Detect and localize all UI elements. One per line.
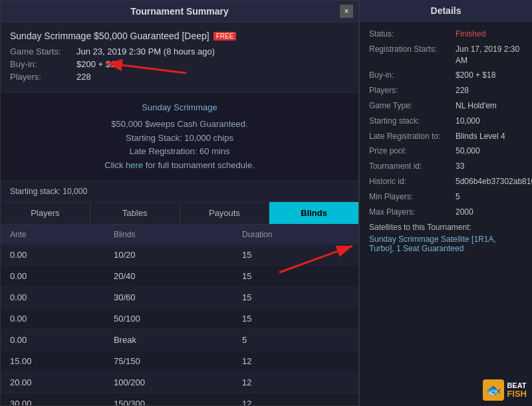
blinds-cell-duration: 15 <box>233 245 358 266</box>
blinds-row: 15.0075/15012 <box>1 350 358 371</box>
logo-area: 🐟 BEAT FISH <box>483 379 527 401</box>
starting-stack-bar: Starting stack: 10,000 <box>1 181 358 202</box>
left-panel: Tournament Summary × Sunday Scrimmage $5… <box>0 0 359 406</box>
status-value: Finished <box>456 29 485 40</box>
satellites-section: Satellites to this Tournament: Sunday Sc… <box>369 223 523 253</box>
tab-tables[interactable]: Tables <box>90 202 180 224</box>
details-content: Status: Finished Registration Starts: Ju… <box>360 22 532 406</box>
tab-payouts[interactable]: Payouts <box>180 202 270 224</box>
blinds-cell-ante: 20.00 <box>1 371 104 393</box>
details-header: Details <box>360 0 532 22</box>
blinds-cell-duration: 5 <box>233 329 358 350</box>
max-players-row: Max Players: 2000 <box>369 207 523 218</box>
info-section: Sunday Scrimmage $50,000 Guaranteed [Dee… <box>1 23 358 93</box>
panel-header: Tournament Summary × <box>1 1 358 23</box>
buyin-label: Buy-in: <box>10 59 76 69</box>
logo-icon: 🐟 <box>483 379 504 401</box>
right-panel: Details Status: Finished Registration St… <box>359 0 532 406</box>
min-players-label: Min Players: <box>369 191 456 203</box>
desc-line2: Starting Stack: 10,000 chips <box>9 132 350 146</box>
satellites-label: Satellites to this Tournament: <box>369 223 523 232</box>
blinds-cell-duration: 15 <box>233 265 358 286</box>
tournament-id-label: Tournament id: <box>369 161 456 172</box>
blinds-cell-ante: 0.00 <box>1 265 104 286</box>
blinds-cell-ante: 30.00 <box>1 393 104 405</box>
blinds-cell-duration: 12 <box>233 393 358 405</box>
game-type-value: NL Hold'em <box>456 100 497 112</box>
panel-title: Tournament Summary <box>130 6 229 17</box>
blinds-row: 0.0050/10015 <box>1 308 358 329</box>
blinds-cell-ante: 0.00 <box>1 286 104 308</box>
detail-buyin-row: Buy-in: $200 + $18 <box>369 70 523 81</box>
blinds-cell-blinds: 20/40 <box>104 265 233 286</box>
game-type-row: Game Type: NL Hold'em <box>369 100 523 112</box>
tab-blinds[interactable]: Blinds <box>269 202 358 224</box>
desc-line3: Late Registration: 60 mins <box>9 145 350 159</box>
blinds-row: 20.00100/20012 <box>1 371 358 393</box>
min-players-value: 5 <box>456 191 460 203</box>
close-button[interactable]: × <box>340 5 353 18</box>
late-reg-value: Blinds Level 4 <box>456 131 505 142</box>
app-wrapper: Tournament Summary × Sunday Scrimmage $5… <box>0 0 532 406</box>
free-badge: FREE <box>213 32 237 41</box>
blinds-cell-ante: 15.00 <box>1 350 104 371</box>
detail-stack-row: Starting stack: 10,000 <box>369 116 523 127</box>
satellites-value[interactable]: Sunday Scrimmage Satellite [1R1A, Turbo]… <box>369 235 523 253</box>
tabs-row: Players Tables Payouts Blinds <box>1 202 358 225</box>
blinds-cell-blinds: 30/60 <box>104 286 233 308</box>
max-players-value: 2000 <box>456 207 473 218</box>
blinds-row: 30.00150/30012 <box>1 393 358 405</box>
buyin-value: $200 + $18 <box>76 59 120 69</box>
blinds-row: 0.00Break5 <box>1 329 358 350</box>
reg-starts-row: Registration Starts: Jun 17, 2019 2:30 A… <box>369 44 523 66</box>
blinds-header-row: Ante Blinds Duration <box>1 225 358 245</box>
desc-link[interactable]: here <box>126 160 143 170</box>
historic-id-label: Historic id: <box>369 176 456 187</box>
tournament-id-row: Tournament id: 33 <box>369 161 523 172</box>
game-type-label: Game Type: <box>369 100 456 112</box>
desc-prefix: Click <box>104 160 126 170</box>
col-ante: Ante <box>1 225 104 245</box>
blinds-cell-blinds: Break <box>104 329 233 350</box>
max-players-label: Max Players: <box>369 207 456 218</box>
description-box: Sunday Scrimmage $50,000 $weeps Cash Gua… <box>1 93 358 181</box>
blinds-cell-duration: 15 <box>233 286 358 308</box>
col-blinds: Blinds <box>104 225 233 245</box>
desc-line4: Click here for full tournament schedule. <box>9 159 350 173</box>
detail-players-row: Players: 228 <box>369 85 523 96</box>
tab-players[interactable]: Players <box>1 202 90 224</box>
blinds-cell-blinds: 75/150 <box>104 350 233 371</box>
blinds-cell-blinds: 100/200 <box>104 371 233 393</box>
blinds-cell-blinds: 50/100 <box>104 308 233 329</box>
buyin-row: Buy-in: $200 + $18 <box>10 59 349 69</box>
desc-suffix: for full tournament schedule. <box>143 160 255 170</box>
tournament-id-value: 33 <box>456 161 464 172</box>
desc-title: Sunday Scrimmage <box>9 101 350 115</box>
blinds-table-area: Ante Blinds Duration 0.0010/20150.0020/4… <box>1 225 358 405</box>
players-row: Players: 228 <box>10 72 349 82</box>
blinds-cell-ante: 0.00 <box>1 245 104 266</box>
prize-pool-value: 50,000 <box>456 146 480 157</box>
late-reg-label: Late Registration to: <box>369 131 456 142</box>
players-label: Players: <box>10 72 76 82</box>
status-row: Status: Finished <box>369 29 523 40</box>
blinds-row: 0.0020/4015 <box>1 265 358 286</box>
historic-id-value: 5d06b4eb37302ab810806879 <box>456 176 532 187</box>
logo-text: BEAT FISH <box>507 382 527 398</box>
blinds-cell-duration: 15 <box>233 308 358 329</box>
historic-id-row: Historic id: 5d06b4eb37302ab810806879 <box>369 176 523 187</box>
prize-pool-row: Prize pool: 50,000 <box>369 146 523 157</box>
starting-stack-text: Starting stack: 10,000 <box>10 187 87 196</box>
blinds-row: 0.0030/6015 <box>1 286 358 308</box>
status-label: Status: <box>369 29 456 40</box>
late-reg-row: Late Registration to: Blinds Level 4 <box>369 131 523 142</box>
game-starts-value: Jun 23, 2019 2:30 PM (8 hours ago) <box>76 47 215 56</box>
detail-buyin-label: Buy-in: <box>369 70 456 81</box>
game-starts-row: Game Starts: Jun 23, 2019 2:30 PM (8 hou… <box>10 47 349 56</box>
col-duration: Duration <box>233 225 358 245</box>
blinds-table: Ante Blinds Duration 0.0010/20150.0020/4… <box>1 225 358 405</box>
detail-buyin-value: $200 + $18 <box>456 70 495 81</box>
desc-line1: $50,000 $weeps Cash Guaranteed. <box>9 118 350 132</box>
blinds-cell-ante: 0.00 <box>1 329 104 350</box>
tournament-name: Sunday Scrimmage $50,000 Guaranteed [Dee… <box>10 31 209 41</box>
